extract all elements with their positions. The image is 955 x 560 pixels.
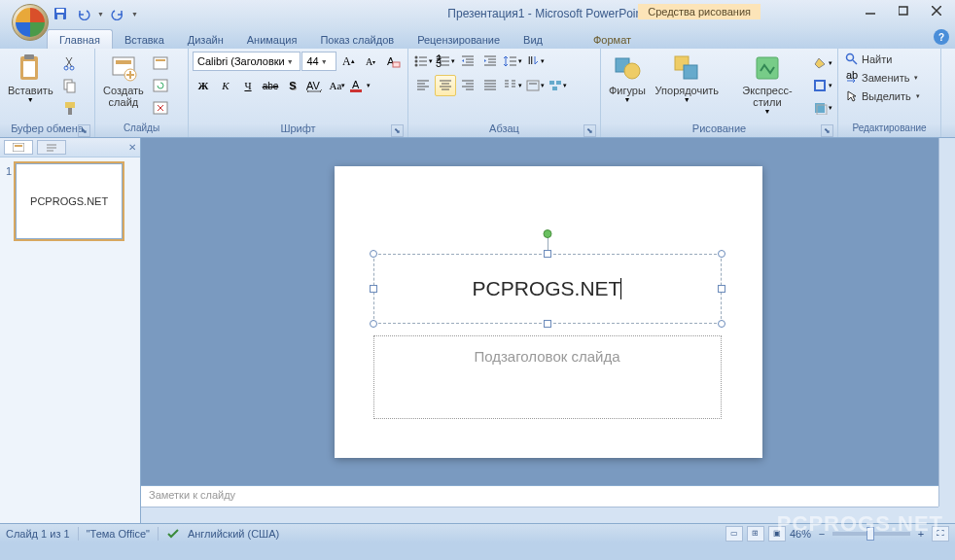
char-spacing-icon[interactable]: AV <box>304 75 326 96</box>
decrease-indent-icon[interactable] <box>457 51 478 72</box>
font-name-combo[interactable]: Calibri (Заголовки▼ <box>193 52 301 71</box>
subtitle-textbox[interactable]: Подзаголовок слайда <box>373 335 722 419</box>
font-launcher[interactable]: ⬊ <box>391 124 404 137</box>
zoom-in-icon[interactable]: + <box>914 528 928 540</box>
paste-button[interactable]: Вставить ▼ <box>4 51 57 105</box>
tab-home[interactable]: Главная <box>47 29 113 49</box>
tab-animation[interactable]: Анимация <box>235 30 309 49</box>
strikethrough-icon[interactable]: abe <box>260 75 281 96</box>
svg-rect-13 <box>67 83 75 92</box>
delete-slide-icon[interactable] <box>150 97 171 119</box>
undo-icon[interactable] <box>74 4 93 23</box>
clear-formatting-icon[interactable]: A <box>382 51 404 72</box>
layout-icon[interactable] <box>150 52 171 74</box>
office-button[interactable] <box>12 4 49 41</box>
arrange-button[interactable]: Упорядочить▼ <box>652 51 723 105</box>
shrink-font-icon[interactable]: A▾ <box>360 51 381 72</box>
notes-pane[interactable]: Заметки к слайду <box>141 485 938 507</box>
text-direction-icon[interactable]: ll▾ <box>524 51 546 72</box>
find-button[interactable]: Найти <box>842 51 937 68</box>
quick-styles-button[interactable]: Экспресс-стили▼ <box>725 51 810 117</box>
grow-font-icon[interactable]: A▴ <box>337 51 359 72</box>
zoom-out-icon[interactable]: − <box>815 528 829 540</box>
resize-handle-se[interactable] <box>718 320 725 328</box>
save-icon[interactable] <box>51 4 70 23</box>
format-painter-icon[interactable] <box>59 97 81 119</box>
align-center-icon[interactable] <box>435 75 456 96</box>
normal-view-icon[interactable]: ▭ <box>725 526 743 542</box>
svg-text:ab: ab <box>846 71 858 81</box>
drawing-launcher[interactable]: ⬊ <box>821 124 833 137</box>
resize-handle-w[interactable] <box>370 285 377 293</box>
vertical-scrollbar[interactable] <box>938 138 955 507</box>
align-left-icon[interactable] <box>412 75 434 96</box>
horizontal-scrollbar[interactable] <box>141 507 938 523</box>
resize-handle-s[interactable] <box>544 320 551 328</box>
reset-icon[interactable] <box>150 75 171 96</box>
italic-icon[interactable]: К <box>215 75 236 96</box>
clipboard-launcher[interactable]: ⬊ <box>78 124 90 137</box>
font-color-icon[interactable]: A▾ <box>349 75 371 96</box>
resize-handle-e[interactable] <box>718 285 725 293</box>
copy-icon[interactable] <box>59 75 81 96</box>
resize-handle-n[interactable] <box>544 250 551 258</box>
slide-area: PCPROGS.NET Подзаголовок слайда Заметки … <box>141 138 955 523</box>
help-icon[interactable]: ? <box>934 29 949 45</box>
zoom-slider[interactable] <box>832 532 910 536</box>
select-button[interactable]: Выделить▾ <box>842 88 937 105</box>
change-case-icon[interactable]: Aa▾ <box>327 75 348 96</box>
tab-view[interactable]: Вид <box>512 30 554 49</box>
minimize-button[interactable] <box>854 0 887 21</box>
replace-button[interactable]: abЗаменить▾ <box>842 69 937 87</box>
resize-handle-sw[interactable] <box>370 320 377 328</box>
workspace: ✕ 1 PCPROGS.NET <box>0 138 955 523</box>
sorter-view-icon[interactable]: ⊞ <box>747 526 764 542</box>
line-spacing-icon[interactable]: ▾ <box>502 51 523 72</box>
redo-icon[interactable] <box>108 4 127 23</box>
rotation-handle[interactable] <box>543 229 551 238</box>
align-text-icon[interactable]: ▾ <box>524 75 546 96</box>
align-right-icon[interactable] <box>457 75 478 96</box>
paragraph-launcher[interactable]: ⬊ <box>584 124 596 137</box>
close-button[interactable] <box>920 0 953 21</box>
title-textbox[interactable]: PCPROGS.NET <box>373 254 722 324</box>
title-text[interactable]: PCPROGS.NET <box>473 277 621 300</box>
outline-tab[interactable] <box>37 140 66 155</box>
tab-design[interactable]: Дизайн <box>176 30 235 49</box>
numbering-icon[interactable]: 123▾ <box>435 51 456 72</box>
shape-effects-icon[interactable]: ▾ <box>812 97 833 119</box>
status-slide-info: Слайд 1 из 1 <box>6 528 70 540</box>
shape-outline-icon[interactable]: ▾ <box>812 75 833 96</box>
bullets-icon[interactable]: ▾ <box>412 51 434 72</box>
slideshow-view-icon[interactable]: ▣ <box>768 526 786 542</box>
justify-icon[interactable] <box>479 75 501 96</box>
slides-tab[interactable] <box>4 140 33 155</box>
bold-icon[interactable]: Ж <box>193 75 214 96</box>
status-language[interactable]: Английский (США) <box>188 528 279 540</box>
shape-fill-icon[interactable]: ▾ <box>812 52 833 74</box>
font-size-combo[interactable]: 44▼ <box>301 52 336 71</box>
cut-icon[interactable] <box>59 52 81 74</box>
tab-slideshow[interactable]: Показ слайдов <box>308 30 406 49</box>
svg-rect-14 <box>65 102 75 108</box>
zoom-level[interactable]: 46% <box>790 528 811 540</box>
underline-icon[interactable]: Ч <box>237 75 259 96</box>
slide-canvas[interactable]: PCPROGS.NET Подзаголовок слайда <box>335 166 762 458</box>
fit-window-icon[interactable]: ⛶ <box>932 526 949 542</box>
tab-insert[interactable]: Вставка <box>113 30 176 49</box>
resize-handle-nw[interactable] <box>370 250 377 258</box>
increase-indent-icon[interactable] <box>479 51 501 72</box>
new-slide-button[interactable]: Создать слайд <box>99 51 148 110</box>
tab-review[interactable]: Рецензирование <box>406 30 512 49</box>
shadow-icon[interactable]: S <box>282 75 303 96</box>
convert-smartart-icon[interactable]: ▾ <box>547 75 568 96</box>
spellcheck-icon[interactable] <box>166 527 180 541</box>
columns-icon[interactable]: ▾ <box>502 75 523 96</box>
ribbon-tabs: Главная Вставка Дизайн Анимация Показ сл… <box>0 27 955 49</box>
resize-handle-ne[interactable] <box>718 250 725 258</box>
slide-thumbnail[interactable]: 1 PCPROGS.NET <box>6 163 134 239</box>
shapes-button[interactable]: Фигуры▼ <box>605 51 650 105</box>
maximize-button[interactable] <box>887 0 920 21</box>
close-panel-icon[interactable]: ✕ <box>128 142 136 153</box>
tab-format[interactable]: Формат <box>582 30 643 49</box>
